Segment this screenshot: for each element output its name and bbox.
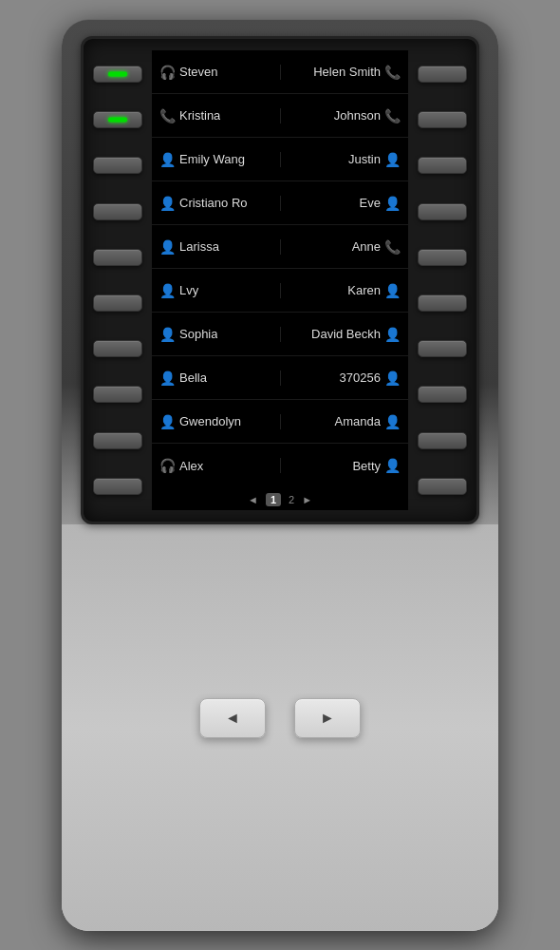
nav-back-icon: ◄ <box>225 710 240 727</box>
contact-right-3: Justin 👤 <box>280 152 405 167</box>
busy-icon-7r: 👤 <box>384 327 401 342</box>
contact-name-left-2: Kristina <box>179 108 220 123</box>
busy-icon-7: 👤 <box>159 327 176 342</box>
call-in-icon-5: 📞 <box>384 239 401 255</box>
pagination-prev[interactable]: ◄ <box>248 494 258 505</box>
nav-forward-button[interactable]: ► <box>294 698 361 738</box>
left-button-column <box>84 50 152 510</box>
right-btn-group-8 <box>414 386 471 403</box>
left-btn-group-4 <box>89 203 146 220</box>
left-button-2[interactable] <box>93 111 142 128</box>
contact-left-7: 👤 Sophia <box>156 327 280 342</box>
contact-right-5: Anne 📞 <box>280 239 405 255</box>
left-button-6[interactable] <box>93 294 142 312</box>
left-button-9[interactable] <box>93 432 142 449</box>
contact-left-6: 👤 Lvy <box>156 283 280 298</box>
right-button-8[interactable] <box>418 386 467 403</box>
right-btn-group-7 <box>414 340 471 357</box>
contact-row: 👤 Gwendolyn Amanda 👤 <box>152 400 408 444</box>
contact-name-left-3: Emily Wang <box>179 152 245 166</box>
contact-right-8: 370256 👤 <box>280 370 405 386</box>
contact-name-left-10: Alex <box>179 459 203 473</box>
contact-name-left-4: Cristiano Ro <box>179 196 248 210</box>
call-icon-2: 📞 <box>159 108 176 124</box>
left-btn-group-7 <box>89 340 146 357</box>
person-icon-3: 👤 <box>384 152 401 167</box>
contact-right-4: Eve 👤 <box>280 196 405 211</box>
contact-row: 📞 Kristina Johnson 📞 <box>152 94 408 138</box>
busy-icon-3: 👤 <box>159 152 176 167</box>
right-btn-group-10 <box>414 478 471 495</box>
pagination-next[interactable]: ► <box>302 494 312 505</box>
contact-row: 👤 Sophia David Beckh 👤 <box>152 313 408 356</box>
right-btn-group-4 <box>414 203 471 220</box>
call-in-icon-1: 📞 <box>384 65 401 80</box>
left-btn-group-9 <box>89 432 146 449</box>
right-button-column <box>408 50 476 510</box>
left-button-8[interactable] <box>93 386 142 403</box>
right-btn-group-3 <box>414 157 471 174</box>
left-button-1[interactable] <box>93 66 142 83</box>
left-btn-group-2 <box>89 111 146 128</box>
contact-row: 👤 Cristiano Ro Eve 👤 <box>152 181 408 225</box>
call-in-icon-2: 📞 <box>384 108 401 124</box>
left-button-7[interactable] <box>93 340 142 357</box>
right-button-2[interactable] <box>418 111 467 128</box>
contact-right-1: Helen Smith 📞 <box>280 65 405 80</box>
contact-left-3: 👤 Emily Wang <box>156 152 280 167</box>
person-icon-6: 👤 <box>159 283 176 298</box>
contact-name-right-7: David Beckh <box>311 327 381 341</box>
right-button-7[interactable] <box>418 340 467 357</box>
right-button-6[interactable] <box>418 294 467 312</box>
right-button-5[interactable] <box>418 249 467 266</box>
left-btn-group-6 <box>89 294 146 312</box>
device-bottom: ◄ ► <box>62 524 498 931</box>
screen-bezel: 🎧 Steven Helen Smith 📞 📞 <box>81 36 479 524</box>
pagination-current: 1 <box>266 493 281 506</box>
contact-name-left-6: Lvy <box>179 283 198 297</box>
left-button-4[interactable] <box>93 203 142 220</box>
device: 🎧 Steven Helen Smith 📞 📞 <box>62 19 498 931</box>
left-button-5[interactable] <box>93 249 142 266</box>
contact-name-right-5: Anne <box>352 239 381 254</box>
right-button-1[interactable] <box>418 66 467 83</box>
contact-name-left-9: Gwendolyn <box>179 414 241 428</box>
contact-left-2: 📞 Kristina <box>156 108 280 124</box>
contact-row: 👤 Emily Wang Justin 👤 <box>152 138 408 181</box>
headset-icon: 🎧 <box>159 65 176 80</box>
right-button-3[interactable] <box>418 157 467 174</box>
right-btn-group-6 <box>414 294 471 312</box>
left-button-10[interactable] <box>93 478 142 495</box>
contact-right-9: Amanda 👤 <box>280 414 405 429</box>
person-icon-8r: 👤 <box>384 370 401 386</box>
contact-name-right-3: Justin <box>348 152 381 166</box>
person-icon-9r: 👤 <box>384 414 401 429</box>
contact-right-7: David Beckh 👤 <box>280 327 405 342</box>
right-button-10[interactable] <box>418 478 467 495</box>
nav-back-button[interactable]: ◄ <box>199 698 266 738</box>
contact-left-9: 👤 Gwendolyn <box>156 414 280 429</box>
contact-name-right-8: 370256 <box>340 370 381 385</box>
contact-name-left-5: Larissa <box>179 239 219 254</box>
right-button-9[interactable] <box>418 432 467 449</box>
contact-row: 👤 Bella 370256 👤 <box>152 356 408 400</box>
nav-forward-icon: ► <box>320 710 335 727</box>
left-button-3[interactable] <box>93 157 142 174</box>
contact-name-right-10: Betty <box>352 459 381 473</box>
contact-right-2: Johnson 📞 <box>280 108 405 124</box>
pagination-total: 2 <box>289 494 294 505</box>
contact-left-5: 👤 Larissa <box>156 239 280 255</box>
contact-left-1: 🎧 Steven <box>156 65 280 80</box>
right-btn-group-2 <box>414 111 471 128</box>
busy-icon-9: 👤 <box>159 414 176 429</box>
contact-name-left-7: Sophia <box>179 327 217 341</box>
contact-name-right-2: Johnson <box>334 108 381 123</box>
headset-icon-10: 🎧 <box>159 458 176 473</box>
contact-row: 👤 Lvy Karen 👤 <box>152 269 408 313</box>
person-icon-5: 👤 <box>159 239 176 255</box>
left-btn-group-3 <box>89 157 146 174</box>
contact-right-10: Betty 👤 <box>280 458 405 473</box>
right-button-4[interactable] <box>418 203 467 220</box>
contact-left-10: 🎧 Alex <box>156 458 280 473</box>
busy-icon-4: 👤 <box>159 196 176 211</box>
